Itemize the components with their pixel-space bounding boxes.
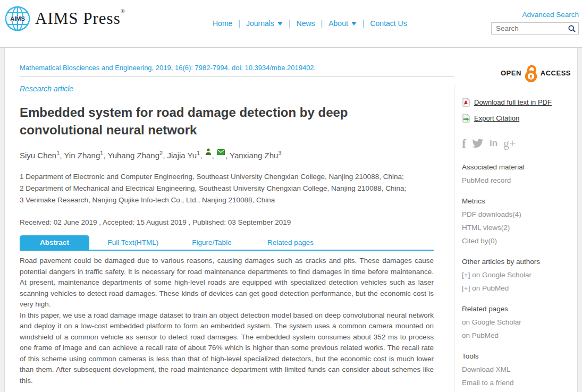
- search-input[interactable]: [495, 24, 568, 33]
- site-header: AIMS AIMS Press® Home|Journals|News|Abou…: [0, 0, 582, 47]
- nav-item-about[interactable]: About: [328, 19, 357, 28]
- sidebar-section-metrics: MetricsPDF downloads(4)HTML views(2)Cite…: [462, 197, 577, 245]
- twitter-icon[interactable]: [472, 139, 484, 149]
- sidebar-link-email-to-a-friend[interactable]: Email to a friend: [462, 379, 577, 387]
- sidebar-link-pubmed-record[interactable]: PubMed record: [462, 176, 577, 184]
- nav-item-news[interactable]: News: [297, 19, 315, 28]
- article-dates: Received: 02 June 2019 , Accepted: 15 Au…: [20, 218, 434, 226]
- globe-logo-icon: AIMS: [4, 5, 31, 32]
- open-access-open-label: OPEN: [501, 69, 521, 77]
- author-list: Siyu Chen1, Yin Zhang1, Yuhang Zhang2, J…: [20, 148, 434, 160]
- abstract-paragraph-1: Road pavement could be damaged due to va…: [20, 255, 434, 310]
- article-title: Embedded system for road damage detectio…: [20, 104, 360, 139]
- sidebar-links: Download full text in PDF Export Citatio…: [454, 85, 577, 392]
- affiliation-list: 1 Department of Electronic and Computer …: [20, 171, 434, 206]
- sidebar-heading: Associated material: [462, 163, 577, 171]
- journal-citation-link[interactable]: Mathematical Biosciences and Engineering…: [20, 64, 434, 72]
- social-share-row: f in g+: [462, 137, 577, 150]
- sidebar-link-download-xml[interactable]: Download XML: [462, 365, 577, 373]
- sidebar-sections: Associated materialPubMed recordMetricsP…: [462, 163, 577, 387]
- article-main-column: Mathematical Biosciences and Engineering…: [5, 48, 454, 392]
- author-sup: 3: [278, 150, 281, 156]
- nav-separator: |: [289, 19, 291, 28]
- sidebar-heading: Related pages: [462, 305, 577, 313]
- logo-wordmark: AIMS Press®: [35, 9, 125, 28]
- export-citation-label: Export Citation: [474, 114, 519, 122]
- article-content-box: Mathematical Biosciences and Engineering…: [4, 48, 578, 392]
- sidebar-link-on-google-scholar[interactable]: [+] on Google Scholar: [462, 271, 577, 279]
- affiliation-line: 1 Department of Electronic and Computer …: [20, 171, 434, 183]
- advanced-search-link[interactable]: Advanced Search: [522, 11, 579, 19]
- tab-full-text-html[interactable]: Full Text(HTML): [98, 235, 168, 250]
- author-sup: 1: [56, 150, 60, 156]
- email-icon[interactable]: [217, 148, 225, 157]
- abstract-text: Road pavement could be damaged due to va…: [20, 255, 434, 386]
- sidebar-heading: Metrics: [462, 197, 577, 205]
- sidebar-heading: Tools: [462, 352, 577, 360]
- sidebar-section-other-articles-by-authors: Other articles by authors[+] on Google S…: [462, 258, 577, 292]
- search-box: [491, 22, 579, 35]
- author-jiajia-yu[interactable]: Jiajia Yu1: [167, 151, 200, 160]
- nav-separator: |: [362, 19, 365, 28]
- sidebar-link-cited-by-0[interactable]: Cited by(0): [462, 237, 577, 245]
- sidebar-section-associated-material: Associated materialPubMed record: [462, 163, 577, 184]
- chevron-down-icon: [277, 22, 283, 25]
- article-tabs: AbstractFull Text(HTML)Figure/TableRelat…: [20, 235, 434, 251]
- tab-figure-table[interactable]: Figure/Table: [177, 235, 247, 250]
- sidebar-link-on-google-scholar[interactable]: on Google Scholar: [462, 318, 577, 326]
- affiliation-line: 3 Verimake Research, Nanjing Qujike Info…: [20, 194, 434, 206]
- sidebar-link-html-views-2[interactable]: HTML views(2): [462, 224, 577, 232]
- nav-item-contact-us[interactable]: Contact Us: [370, 19, 407, 28]
- page-background: Mathematical Biosciences and Engineering…: [0, 47, 582, 392]
- aims-press-logo[interactable]: AIMS AIMS Press®: [4, 5, 125, 32]
- googleplus-icon[interactable]: g+: [503, 137, 516, 150]
- tab-related-pages[interactable]: Related pages: [256, 235, 325, 250]
- author-yuhang-zhang[interactable]: Yuhang Zhang2: [107, 151, 163, 160]
- sidebar-link-pdf-downloads-4[interactable]: PDF downloads(4): [462, 210, 577, 218]
- author-sup: 1: [100, 150, 103, 156]
- registered-mark: ®: [121, 8, 125, 14]
- sidebar-link-on-pubmed[interactable]: [+] on PubMed: [462, 284, 577, 292]
- author-yin-zhang[interactable]: Yin Zhang1: [64, 151, 103, 160]
- open-lock-icon: [523, 63, 539, 83]
- facebook-icon[interactable]: f: [462, 138, 466, 149]
- article-sidebar: OPEN ACCESS Download full text in PDF: [454, 48, 577, 392]
- export-citation-icon: [462, 114, 470, 123]
- header-divider: [20, 76, 490, 77]
- author-siyu-chen[interactable]: Siyu Chen1: [20, 151, 60, 160]
- person-icon[interactable]: [205, 148, 212, 157]
- sidebar-section-tools: ToolsDownload XMLEmail to a friend: [462, 352, 577, 387]
- open-access-badge: OPEN ACCESS: [454, 48, 577, 85]
- nav-item-journals[interactable]: Journals: [246, 19, 283, 28]
- header-search-area: Advanced Search: [491, 10, 579, 35]
- export-citation-link[interactable]: Export Citation: [462, 114, 577, 123]
- svg-text:AIMS: AIMS: [10, 15, 25, 22]
- nav-separator: |: [321, 19, 323, 28]
- tab-abstract[interactable]: Abstract: [20, 235, 89, 250]
- author-yanxiang-zhu[interactable]: Yanxiang Zhu3: [230, 151, 282, 160]
- sidebar-link-on-pubmed[interactable]: on PubMed: [462, 331, 577, 339]
- affiliation-line: 2 Department of Mechanical and Electrica…: [20, 183, 434, 194]
- sidebar-heading: Other articles by authors: [462, 258, 577, 266]
- main-navigation: Home|Journals|News|About|Contact Us: [213, 19, 407, 28]
- chevron-down-icon: [351, 22, 357, 25]
- download-pdf-label: Download full text in PDF: [474, 98, 552, 106]
- download-pdf-link[interactable]: Download full text in PDF: [462, 98, 577, 107]
- author-sup: 1: [197, 150, 200, 156]
- article-type-label: Research article: [20, 84, 434, 93]
- author-sup: 2: [159, 150, 163, 156]
- linkedin-icon[interactable]: in: [490, 138, 497, 149]
- search-icon[interactable]: [568, 24, 576, 33]
- abstract-paragraph-2: In this paper, we use a road damage imag…: [20, 310, 434, 387]
- nav-item-home[interactable]: Home: [213, 19, 232, 28]
- nav-separator: |: [238, 19, 240, 28]
- sidebar-section-related-pages: Related pageson Google Scholaron PubMed: [462, 305, 577, 339]
- pdf-icon: [462, 98, 470, 107]
- open-access-access-label: ACCESS: [541, 69, 571, 77]
